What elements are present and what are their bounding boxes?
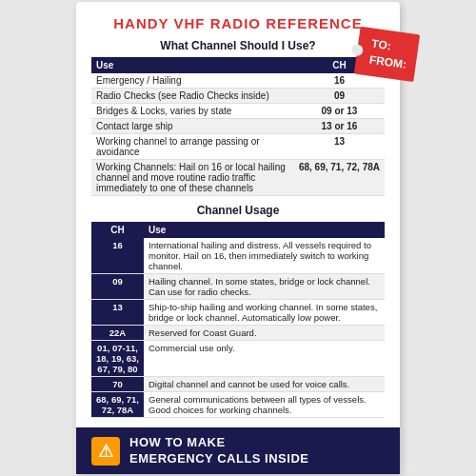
use-cell: International hailing and distress. All … [144, 238, 385, 274]
use-cell: Emergency / Hailing [91, 73, 294, 89]
use-cell: Reserved for Coast Guard. [144, 325, 385, 340]
table-row: 70 Digital channel and cannot be used fo… [91, 376, 385, 391]
use-cell: Contact large ship [91, 118, 294, 133]
col-ch2: CH [91, 222, 144, 238]
use-cell: General communications between all types… [144, 391, 385, 417]
table-row: Working Channels: Hail on 16 or local ha… [91, 159, 385, 195]
top-section-title: What Channel Should I Use? [91, 39, 385, 52]
use-cell: Ship-to-ship hailing and working channel… [144, 299, 385, 325]
use-cell: Bridges & Locks, varies by state [91, 103, 294, 118]
ch-cell: 68, 69, 71, 72, 78A [91, 391, 144, 417]
warning-symbol: ⚠ [98, 441, 113, 462]
table-row: Emergency / Hailing 16 [91, 73, 385, 89]
ch-cell: 16 [91, 238, 144, 274]
footer-bar[interactable]: ⚠ HOW TO MAKEEMERGENCY CALLS INSIDE [76, 427, 400, 475]
table-row: 01, 07-11, 18, 19, 63, 67, 79, 80 Commer… [91, 340, 385, 376]
table-row: Radio Checks (see Radio Checks inside) 0… [91, 88, 385, 103]
ch-cell: 09 or 13 [294, 103, 385, 118]
table-row: Bridges & Locks, varies by state 09 or 1… [91, 103, 385, 118]
ch-cell: 70 [91, 376, 144, 391]
use-cell: Working channel to arrange passing or av… [91, 133, 294, 159]
table-row: 22A Reserved for Coast Guard. [91, 325, 385, 340]
use-cell: Hailing channel. In some states, bridge … [144, 273, 385, 299]
table-row: 68, 69, 71, 72, 78A General communicatio… [91, 391, 385, 417]
bottom-section-title: Channel Usage [91, 204, 385, 217]
use-cell: Working Channels: Hail on 16 or local ha… [91, 159, 294, 195]
ch-cell: 22A [91, 325, 144, 340]
channel-usage-table: CH Use 16 International hailing and dist… [91, 222, 385, 418]
use-cell: Commercial use only. [144, 340, 385, 376]
card-title: HANDY VHF RADIO REFERENCE [91, 15, 385, 31]
ch-cell: 68, 69, 71, 72, 78A [294, 159, 385, 195]
warning-icon: ⚠ [91, 437, 120, 466]
price-tag: TO: FROM: [354, 26, 421, 81]
channel-use-table: Use CH Emergency / Hailing 16 Radio Chec… [91, 57, 385, 196]
table-row: 13 Ship-to-ship hailing and working chan… [91, 299, 385, 325]
col-use2: Use [144, 222, 385, 238]
footer-text: HOW TO MAKEEMERGENCY CALLS INSIDE [129, 435, 308, 467]
table-row: Working channel to arrange passing or av… [91, 133, 385, 159]
ch-cell: 13 [91, 299, 144, 325]
ch-cell: 01, 07-11, 18, 19, 63, 67, 79, 80 [91, 340, 144, 376]
ch-cell: 09 [294, 88, 385, 103]
table-row: 09 Hailing channel. In some states, brid… [91, 273, 385, 299]
ch-cell: 13 [294, 133, 385, 159]
ch-cell: 13 or 16 [294, 118, 385, 133]
ch-cell: 09 [91, 273, 144, 299]
use-cell: Digital channel and cannot be used for v… [144, 376, 385, 391]
table-row: Contact large ship 13 or 16 [91, 118, 385, 133]
col-use: Use [91, 57, 294, 73]
use-cell: Radio Checks (see Radio Checks inside) [91, 88, 294, 103]
card: TO: FROM: HANDY VHF RADIO REFERENCE What… [76, 2, 400, 475]
table-row: 16 International hailing and distress. A… [91, 238, 385, 274]
